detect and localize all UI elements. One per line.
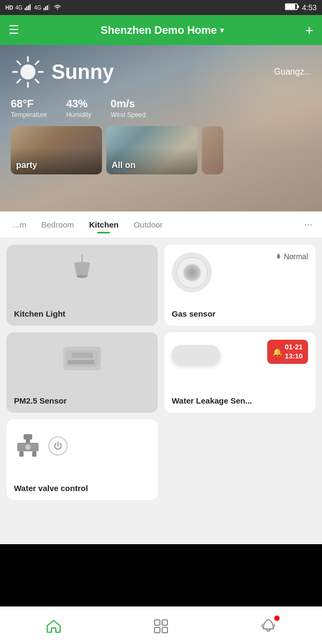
svg-rect-5 [45,6,46,10]
status-icons-left: HD 4G 4G [5,4,62,11]
temperature-stat: 68°F Temperature [11,98,47,119]
alert-badge-dot [274,616,280,621]
signal-bars-1 [25,4,32,11]
menu-button[interactable]: ☰ [9,23,19,37]
device-card-water-valve[interactable]: Water valve control [6,419,158,500]
device-card-gas-sensor[interactable]: Normal Gas sensor [164,245,316,326]
scene-party-card[interactable]: party [11,126,102,174]
svg-rect-34 [162,627,167,633]
device-name-gas-sensor: Gas sensor [172,309,308,318]
valve-power-button[interactable] [48,436,68,456]
svg-rect-9 [286,4,295,9]
svg-rect-23 [68,360,94,364]
hd-icon: HD [5,5,13,11]
battery-icon [285,3,299,12]
svg-line-17 [35,79,39,83]
weather-location: Guangz... [274,67,311,77]
kitchen-light-icon-area [14,252,150,290]
home-nav-icon [46,618,62,633]
device-name-pm25: PM2.5 Sensor [14,396,150,405]
weather-condition: Sunny [52,61,114,84]
svg-rect-33 [155,627,160,633]
wind-speed-value: 0m/s [111,98,145,110]
signal-bars-2 [43,4,51,11]
alert-time: 13:10 [285,352,303,361]
signal-4g-1: 4G [15,5,22,11]
svg-rect-25 [24,434,32,440]
weather-section: Sunny Guangz... 68°F Temperature 43% Hum… [0,45,322,211]
status-bar: HD 4G 4G 4:53 [0,0,322,15]
alert-bell-icon: 🔔 [273,348,282,356]
tab-room-partial[interactable]: ...m [5,213,34,237]
svg-rect-10 [297,5,299,8]
temperature-label: Temperature [11,111,47,119]
water-sensor-icon [172,345,220,364]
humidity-stat: 43% Humidity [66,98,91,119]
humidity-value: 43% [66,98,91,110]
flame-icon [275,253,282,260]
svg-rect-24 [71,353,93,358]
scenes-row: party All on [11,126,311,174]
pm25-icon-area [14,340,150,377]
device-card-kitchen-light[interactable]: Kitchen Light [6,245,158,326]
wifi-icon [53,4,62,11]
humidity-label: Humidity [66,111,91,119]
svg-rect-26 [26,440,30,443]
scene-party-label: party [16,160,37,170]
scene-allon-card[interactable]: All on [106,126,197,174]
tab-bedroom[interactable]: Bedroom [34,213,82,237]
wind-speed-stat: 0m/s Wind Speed [111,98,145,119]
alert-date: 01-21 [285,343,303,352]
wind-speed-label: Wind Speed [111,111,145,119]
grid-nav-icon [153,618,169,633]
device-card-water-leakage[interactable]: 🔔 01-21 13:10 Water Leakage Sen... [164,332,316,413]
svg-rect-3 [30,4,31,10]
svg-rect-7 [48,4,49,10]
device-name-water-leakage: Water Leakage Sen... [172,396,308,405]
app-header: ☰ Shenzhen Demo Home ▾ + [0,15,322,45]
pm25-sensor-icon [63,347,101,370]
svg-point-28 [25,444,31,450]
add-button[interactable]: + [305,22,313,39]
devices-grid: Kitchen Light Normal Gas sensor [0,238,322,507]
svg-line-16 [17,61,20,64]
svg-rect-31 [155,620,160,625]
svg-point-21 [77,275,87,278]
svg-rect-29 [19,451,24,457]
dropdown-icon: ▾ [220,26,224,34]
home-title[interactable]: Shenzhen Demo Home ▾ [101,24,224,36]
svg-rect-6 [47,5,48,10]
device-card-pm25[interactable]: PM2.5 Sensor [6,332,158,413]
tab-kitchen[interactable]: Kitchen [82,213,126,237]
gas-sensor-icon [172,252,212,292]
scene-allon-label: All on [112,160,135,170]
time-display: 4:53 [302,3,317,12]
valve-icon-area [14,427,150,465]
tab-more-button[interactable]: ··· [300,219,317,230]
svg-point-11 [20,64,35,79]
svg-line-19 [17,79,20,83]
nav-alerts[interactable] [250,613,287,638]
scene-partial-card[interactable] [202,126,223,174]
temperature-value: 68°F [11,98,47,110]
sun-icon [11,55,45,89]
svg-rect-0 [25,8,26,10]
device-name-kitchen-light: Kitchen Light [14,309,150,318]
svg-rect-30 [32,451,36,457]
ceiling-light-icon [63,252,101,290]
status-icons-right: 4:53 [285,3,317,12]
water-valve-icon [14,432,42,460]
signal-4g-2: 4G [34,5,41,11]
tab-outdoor[interactable]: Outdoor [126,213,170,237]
svg-rect-2 [28,5,29,10]
nav-home[interactable] [35,614,72,638]
room-tabs: ...m Bedroom Kitchen Outdoor ··· [0,211,322,238]
device-name-water-valve: Water valve control [14,484,150,493]
nav-devices[interactable] [142,614,180,638]
alert-badge: 🔔 01-21 13:10 [267,340,308,364]
svg-rect-4 [43,8,45,10]
svg-rect-32 [162,620,167,625]
gas-sensor-status: Normal [275,252,308,261]
home-name: Shenzhen Demo Home [101,24,217,36]
alert-nav-icon [260,618,276,634]
